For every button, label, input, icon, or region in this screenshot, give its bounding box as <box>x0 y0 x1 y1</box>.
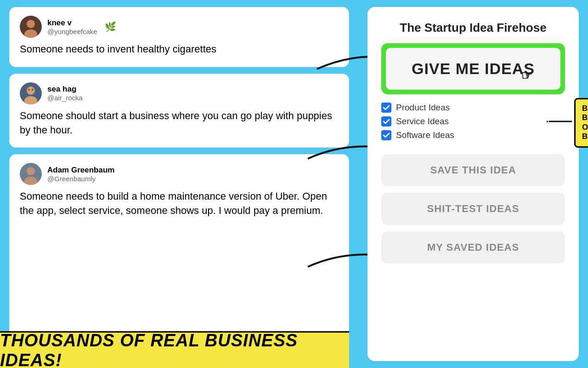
user-name-2: sea hag <box>47 85 83 94</box>
checkbox-row-software[interactable]: Software Ideas <box>381 130 565 140</box>
checkboxes-area: Product Ideas Service Ideas Software Ide… <box>381 103 565 144</box>
right-panel: The Startup Idea Firehose GIVE ME IDEAS☞… <box>368 7 579 361</box>
tweet-header-2: sea hag @air_rocka <box>20 82 339 104</box>
give-me-ideas-wrapper: GIVE ME IDEAS☞ <box>381 43 565 94</box>
user-handle-3: @Greenbaumly <box>47 175 114 183</box>
shit-test-button[interactable]: SHIT-TEST IDEAS <box>381 193 565 225</box>
leaf-icon-1: 🌿 <box>105 21 116 32</box>
save-idea-button[interactable]: SAVE THIS IDEA <box>381 154 565 186</box>
svg-point-1 <box>27 20 35 28</box>
checkbox-product-label: Product Ideas <box>396 103 450 113</box>
checkbox-product[interactable] <box>381 103 391 113</box>
user-info-2: sea hag @air_rocka <box>47 85 83 102</box>
tweet-text-1: Someone needs to invent healthy cigarett… <box>20 42 339 57</box>
checkbox-service[interactable] <box>381 116 391 126</box>
checkbox-software-label: Software Ideas <box>396 130 454 140</box>
tooltip-arrow <box>547 115 574 128</box>
checkbox-row-service[interactable]: Service Ideas <box>381 116 565 126</box>
checkbox-software[interactable] <box>381 130 391 140</box>
tweet-text-3: Someone needs to build a home maintenanc… <box>20 190 339 218</box>
tweet-card-1: knee v @yungbeefcake 🌿 Someone needs to … <box>9 7 349 67</box>
avatar-2 <box>20 82 42 104</box>
saved-ideas-button[interactable]: MY SAVED IDEAS <box>381 231 565 264</box>
user-info-1: knee v @yungbeefcake <box>47 18 97 35</box>
app-title: The Startup Idea Firehose <box>400 21 546 35</box>
bottom-banner: THOUSANDS OF REAL BUSINESS IDEAS! <box>0 331 349 368</box>
user-name-3: Adam Greenbaum <box>47 166 114 175</box>
give-me-ideas-button[interactable]: GIVE ME IDEAS☞ <box>386 48 560 90</box>
tweet-header-1: knee v @yungbeefcake 🌿 <box>20 16 339 38</box>
svg-point-9 <box>27 167 35 175</box>
checkbox-row-product[interactable]: Product Ideas <box>381 103 565 113</box>
cursor-icon: ☞ <box>521 68 533 83</box>
svg-point-4 <box>27 86 35 95</box>
svg-point-6 <box>28 89 30 91</box>
svg-point-7 <box>32 89 34 91</box>
tweet-text-2: Someone should start a business where yo… <box>20 109 339 138</box>
bottom-banner-text: THOUSANDS OF REAL BUSINESS IDEAS! <box>0 331 349 368</box>
avatar-1 <box>20 16 42 38</box>
tweet-header-3: Adam Greenbaum @Greenbaumly <box>20 163 339 185</box>
user-handle-1: @yungbeefcake <box>47 28 97 35</box>
user-info-3: Adam Greenbaum @Greenbaumly <box>47 166 114 183</box>
browse-by-type-tooltip: BROWSE BY TYPE OF BUSINESS <box>574 98 588 148</box>
avatar-3 <box>20 163 42 185</box>
left-panel: knee v @yungbeefcake 🌿 Someone needs to … <box>9 7 349 361</box>
user-name-1: knee v <box>47 18 97 28</box>
checkbox-service-label: Service Ideas <box>396 116 449 126</box>
tweet-card-2: sea hag @air_rocka Someone should start … <box>9 74 349 148</box>
user-handle-2: @air_rocka <box>47 94 83 102</box>
